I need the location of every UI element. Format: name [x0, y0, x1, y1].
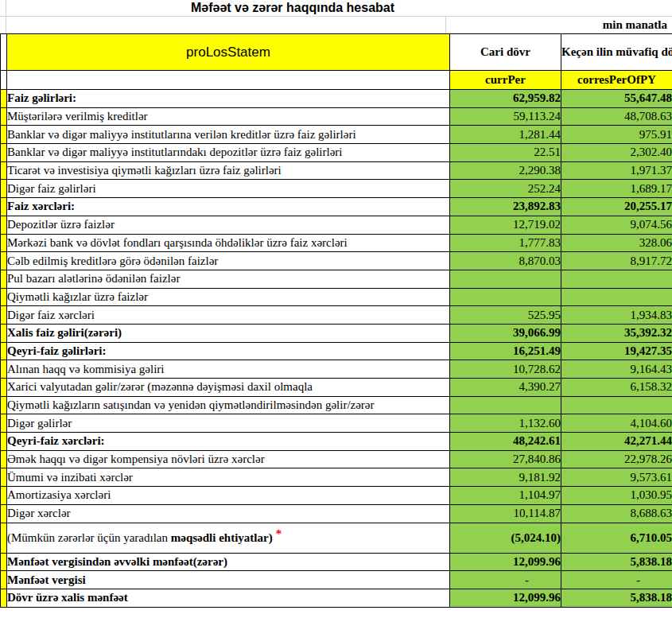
value-cell-current-period[interactable]: 9,181.92 — [450, 468, 561, 487]
row-label-cell[interactable]: Banklar və digər maliyyə institutlarında… — [7, 144, 450, 162]
row-marker-cell[interactable] — [1, 414, 7, 433]
row-marker-cell[interactable] — [1, 216, 7, 234]
value-cell-current-period[interactable]: 16,251.49 — [450, 342, 561, 360]
value-cell-current-period[interactable]: 12,099.96 — [450, 553, 561, 571]
row-marker-cell[interactable] — [1, 180, 7, 198]
row-label-cell[interactable]: Alınan haqq və kommisiya gəliri — [7, 360, 450, 379]
row-marker-cell[interactable] — [1, 450, 7, 468]
row-marker-cell[interactable] — [1, 523, 7, 553]
value-cell-previous-period[interactable]: 1,971.37 — [561, 161, 672, 180]
column-header-previous-period[interactable]: Keçən ilin müvafiq dövrü — [561, 34, 672, 71]
value-cell-current-period[interactable]: (5,024.10) — [450, 523, 561, 553]
value-cell-previous-period[interactable] — [561, 270, 672, 288]
value-cell-current-period[interactable] — [450, 396, 561, 414]
value-cell-current-period[interactable]: 1,132.60 — [450, 414, 561, 433]
empty-header-cell[interactable] — [7, 71, 450, 90]
value-cell-current-period[interactable]: 4,390.27 — [450, 379, 561, 397]
row-marker-cell[interactable] — [1, 433, 7, 451]
value-cell-previous-period[interactable]: 328.06 — [561, 234, 672, 252]
value-cell-current-period[interactable]: 27,840.86 — [450, 450, 561, 468]
value-cell-previous-period[interactable]: 35,392.32 — [561, 324, 672, 342]
row-label-cell[interactable]: Digər gəlirlər — [7, 414, 450, 433]
row-label-cell[interactable]: Faiz xərcləri: — [7, 198, 450, 216]
value-cell-current-period[interactable]: 8,870.03 — [450, 252, 561, 270]
row-marker-cell[interactable] — [1, 252, 7, 270]
value-cell-previous-period[interactable]: 1,934.83 — [561, 306, 672, 325]
value-cell-current-period[interactable]: 62,959.82 — [450, 90, 561, 108]
value-cell-previous-period[interactable] — [561, 288, 672, 306]
value-cell-previous-period[interactable]: 20,255.17 — [561, 198, 672, 216]
row-marker-cell[interactable] — [1, 553, 7, 571]
value-cell-previous-period[interactable]: 4,104.60 — [561, 414, 672, 433]
row-marker-cell[interactable] — [1, 360, 7, 379]
column-code-current-period[interactable]: currPer — [450, 71, 561, 90]
value-cell-current-period[interactable]: 12,719.02 — [450, 216, 561, 234]
value-cell-current-period[interactable]: 59,113.24 — [450, 107, 561, 126]
value-cell-current-period[interactable]: 2,290.38 — [450, 161, 561, 180]
row-marker-cell[interactable] — [1, 198, 7, 216]
row-label-cell[interactable]: Qeyri-faiz xərcləri: — [7, 433, 450, 451]
row-label-cell[interactable]: Pul bazarı alətlərinə ödənilən faizlər — [7, 270, 450, 288]
value-cell-previous-period[interactable] — [561, 396, 672, 414]
value-cell-current-period[interactable]: - — [450, 571, 561, 589]
row-label-cell[interactable]: Faiz gəlirləri: — [7, 90, 450, 108]
row-marker-cell[interactable] — [1, 504, 7, 523]
row-marker-cell[interactable] — [1, 107, 7, 126]
value-cell-previous-period[interactable]: 8,688.63 — [561, 504, 672, 523]
value-cell-current-period[interactable]: 22.51 — [450, 144, 561, 162]
value-cell-previous-period[interactable]: 975.91 — [561, 126, 672, 144]
row-label-cell[interactable]: Müştərilərə verilmiş kreditlər — [7, 107, 450, 126]
column-header-current-period[interactable]: Cari dövr — [450, 34, 561, 71]
row-label-cell[interactable]: Amortizasiya xərcləri — [7, 487, 450, 505]
value-cell-previous-period[interactable]: 9,573.61 — [561, 468, 672, 487]
value-cell-previous-period[interactable]: 42,271.44 — [561, 433, 672, 451]
value-cell-previous-period[interactable]: 48,708.63 — [561, 107, 672, 126]
row-marker-cell[interactable] — [1, 379, 7, 397]
value-cell-current-period[interactable]: 12,099.96 — [450, 589, 561, 607]
row-marker-cell[interactable] — [1, 126, 7, 144]
value-cell-previous-period[interactable]: 19,427.35 — [561, 342, 672, 360]
row-marker-cell[interactable] — [1, 589, 7, 607]
value-cell-current-period[interactable]: 252.24 — [450, 180, 561, 198]
row-label-cell[interactable]: Banklar və digər maliyyə institutlarına … — [7, 126, 450, 144]
row-marker-cell[interactable] — [1, 234, 7, 252]
row-label-cell[interactable]: Cəlb edilmiş kreditlərə görə ödənilən fa… — [7, 252, 450, 270]
value-cell-current-period[interactable]: 10,114.87 — [450, 504, 561, 523]
value-cell-previous-period[interactable]: 6,158.32 — [561, 379, 672, 397]
value-cell-current-period[interactable]: 1,777.83 — [450, 234, 561, 252]
row-label-cell[interactable]: Mərkəzi bank və dövlət fondları qarşısın… — [7, 234, 450, 252]
value-cell-previous-period[interactable]: 8,917.72 — [561, 252, 672, 270]
value-cell-previous-period[interactable]: - — [561, 571, 672, 589]
row-marker-cell[interactable] — [1, 468, 7, 487]
row-marker-cell[interactable] — [1, 571, 7, 589]
row-label-cell[interactable]: Digər xərclər — [7, 504, 450, 523]
row-label-cell[interactable]: Ticarət və investisiya qiymətli kağızlar… — [7, 161, 450, 180]
row-label-cell[interactable]: Xalis faiz gəliri(zərəri) — [7, 324, 450, 342]
value-cell-current-period[interactable] — [450, 270, 561, 288]
row-label-cell[interactable]: Dövr üzrə xalis mənfəət — [7, 589, 450, 607]
row-marker-cell[interactable] — [1, 90, 7, 108]
row-label-cell[interactable]: Depozitlər üzrə faizlər — [7, 216, 450, 234]
value-cell-previous-period[interactable]: 9,164.43 — [561, 360, 672, 379]
row-marker-cell[interactable] — [1, 288, 7, 306]
row-label-cell[interactable]: Mənfəət vergisi — [7, 571, 450, 589]
row-label-cell[interactable]: Əmək haqqı və digər kompensiya növləri ü… — [7, 450, 450, 468]
value-cell-current-period[interactable]: 39,066.99 — [450, 324, 561, 342]
row-label-cell[interactable]: Mənfəət vergisindən əvvəlki mənfəət(zərə… — [7, 553, 450, 571]
row-label-cell[interactable]: Qiymətli kağızlar üzrə faizlər — [7, 288, 450, 306]
value-cell-previous-period[interactable]: 1,030.95 — [561, 487, 672, 505]
value-cell-previous-period[interactable]: 1,689.17 — [561, 180, 672, 198]
value-cell-previous-period[interactable]: 6,710.05 — [561, 523, 672, 553]
value-cell-current-period[interactable]: 48,242.61 — [450, 433, 561, 451]
value-cell-previous-period[interactable]: 5,838.18 — [561, 553, 672, 571]
value-cell-previous-period[interactable]: 55,647.48 — [561, 90, 672, 108]
value-cell-current-period[interactable] — [450, 288, 561, 306]
value-cell-previous-period[interactable]: 5,838.18 — [561, 589, 672, 607]
value-cell-current-period[interactable]: 1,104.97 — [450, 487, 561, 505]
value-cell-previous-period[interactable]: 9,074.56 — [561, 216, 672, 234]
row-marker-cell[interactable] — [1, 161, 7, 180]
row-marker-cell[interactable] — [1, 270, 7, 288]
row-label-cell[interactable]: Digər faiz gəlirləri — [7, 180, 450, 198]
row-marker-cell[interactable] — [1, 342, 7, 360]
row-marker-cell[interactable] — [1, 396, 7, 414]
